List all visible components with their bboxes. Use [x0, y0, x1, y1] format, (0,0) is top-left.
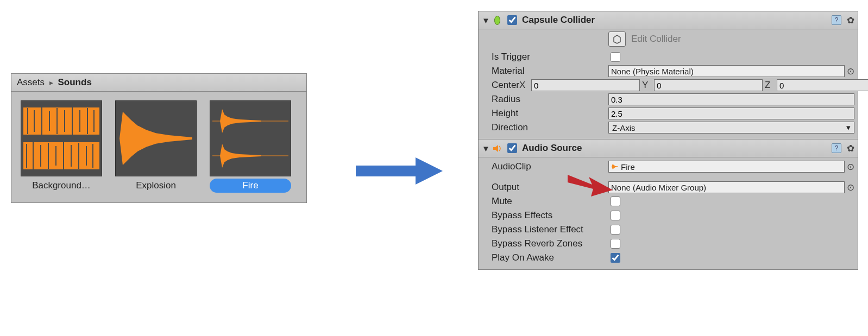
material-value: None (Physic Material): [611, 67, 694, 76]
foldout-icon[interactable]: ▼: [482, 16, 489, 25]
waveform-icon: [118, 104, 194, 173]
help-icon[interactable]: ?: [832, 15, 841, 25]
svg-marker-23: [119, 112, 192, 165]
help-icon[interactable]: ?: [832, 143, 841, 153]
mute-checkbox[interactable]: [611, 196, 620, 206]
audioclip-icon: [611, 163, 619, 170]
component-enable-checkbox[interactable]: [507, 143, 517, 153]
svg-marker-27: [220, 144, 261, 168]
edit-collider-label: Edit Collider: [631, 34, 681, 45]
assets-panel: Assets ▸ Sounds: [11, 73, 307, 203]
y-label: Y: [642, 80, 652, 91]
audio-body: AudioClip Fire ⊙ Output None (Audio Mixe…: [479, 157, 858, 269]
asset-thumbnail: [210, 100, 291, 176]
svg-marker-32: [493, 145, 498, 152]
bypass-listener-label: Bypass Listener Effect: [492, 224, 608, 235]
center-y-input[interactable]: [654, 79, 763, 91]
component-header-capsule[interactable]: ▼ Capsule Collider ? ✿: [479, 11, 858, 29]
radius-label: Radius: [492, 94, 608, 105]
svg-marker-25: [220, 109, 261, 133]
direction-label: Direction: [492, 122, 608, 133]
breadcrumb: Assets ▸ Sounds: [11, 74, 306, 92]
object-picker-icon[interactable]: ⊙: [847, 182, 854, 193]
svg-marker-29: [416, 157, 443, 185]
output-value: None (Audio Mixer Group): [611, 183, 706, 192]
height-input[interactable]: [608, 107, 854, 119]
direction-value: Z-Axis: [612, 123, 636, 132]
object-picker-icon[interactable]: ⊙: [847, 161, 854, 173]
capsule-body: Edit Collider Is Trigger Material None (…: [479, 29, 858, 140]
asset-item-background[interactable]: Background…: [18, 100, 105, 193]
foldout-icon[interactable]: ▼: [482, 144, 489, 153]
material-label: Material: [492, 66, 608, 77]
x-label: X: [519, 80, 529, 91]
asset-label: Fire: [210, 179, 291, 193]
center-label: Center: [492, 80, 519, 91]
is-trigger-label: Is Trigger: [492, 52, 608, 62]
waveform-icon: [212, 140, 288, 172]
bypass-effects-checkbox[interactable]: [611, 211, 620, 220]
edit-collider-icon: [612, 34, 622, 44]
gear-icon[interactable]: ✿: [845, 15, 854, 26]
drag-arrow-icon: [353, 152, 445, 190]
radius-input[interactable]: [608, 93, 854, 105]
play-on-awake-checkbox[interactable]: [611, 253, 620, 263]
mute-label: Mute: [492, 196, 608, 207]
speaker-icon: [493, 144, 502, 153]
breadcrumb-root[interactable]: Assets: [17, 77, 45, 87]
bypass-reverb-label: Bypass Reverb Zones: [492, 238, 608, 249]
output-field[interactable]: None (Audio Mixer Group): [608, 181, 845, 193]
asset-label: Background…: [21, 179, 102, 193]
play-on-awake-label: Play On Awake: [492, 252, 608, 263]
material-field[interactable]: None (Physic Material): [608, 65, 845, 77]
bypass-listener-checkbox[interactable]: [611, 225, 620, 234]
breadcrumb-folder[interactable]: Sounds: [58, 77, 92, 87]
breadcrumb-separator-icon: ▸: [47, 78, 55, 87]
z-label: Z: [765, 80, 775, 91]
audioclip-label: AudioClip: [492, 161, 608, 172]
component-enable-checkbox[interactable]: [507, 15, 517, 25]
component-header-audio[interactable]: ▼ Audio Source ? ✿: [479, 140, 858, 157]
asset-label: Explosion: [115, 179, 197, 193]
chevron-down-icon: ▾: [846, 123, 851, 132]
svg-point-31: [495, 16, 500, 24]
asset-grid: Background… Explosion: [11, 92, 306, 202]
asset-item-explosion[interactable]: Explosion: [112, 100, 199, 193]
waveform-icon: [23, 140, 99, 172]
asset-thumbnail: [21, 100, 102, 176]
is-trigger-checkbox[interactable]: [611, 52, 620, 62]
waveform-icon: [23, 105, 99, 137]
object-picker-icon[interactable]: ⊙: [847, 66, 854, 77]
component-title: Audio Source: [522, 143, 828, 154]
height-label: Height: [492, 108, 608, 119]
output-label: Output: [492, 182, 608, 193]
audioclip-value: Fire: [621, 162, 635, 172]
svg-rect-12: [23, 142, 99, 169]
bypass-reverb-checkbox[interactable]: [611, 239, 620, 249]
edit-collider-button[interactable]: [608, 31, 626, 47]
svg-marker-33: [612, 164, 618, 169]
center-z-input[interactable]: [777, 79, 868, 91]
audioclip-field[interactable]: Fire: [608, 161, 845, 173]
asset-item-fire[interactable]: Fire: [207, 100, 294, 193]
gear-icon[interactable]: ✿: [845, 143, 854, 154]
waveform-icon: [212, 105, 288, 137]
component-title: Capsule Collider: [522, 15, 828, 26]
center-x-input[interactable]: [531, 79, 640, 91]
asset-thumbnail: [115, 100, 197, 176]
direction-select[interactable]: Z-Axis ▾: [608, 122, 854, 134]
inspector-panel: ▼ Capsule Collider ? ✿ Edit Collider Is …: [478, 11, 858, 270]
capsule-icon: [493, 16, 502, 25]
bypass-effects-label: Bypass Effects: [492, 210, 608, 221]
